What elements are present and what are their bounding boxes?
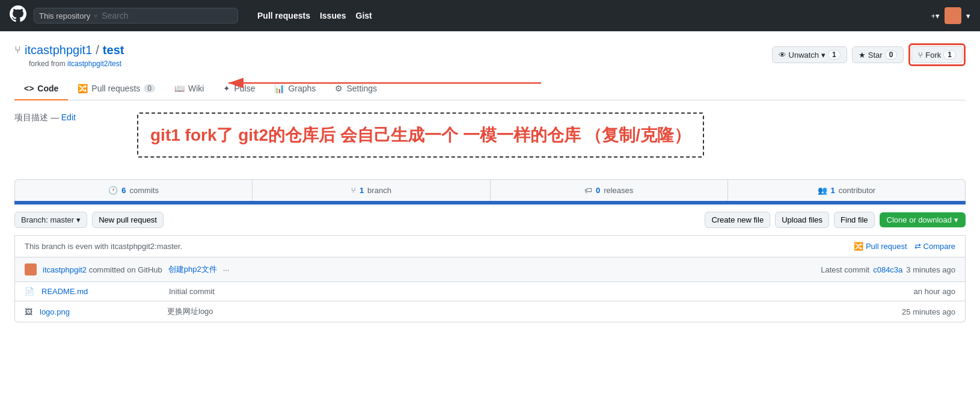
tab-code[interactable]: <> Code bbox=[14, 78, 68, 100]
repo-action-buttons: 👁 Unwatch ▾ 1 ★ Star 0 ⑂ Fork 1 bbox=[772, 43, 966, 66]
wiki-icon: 📖 bbox=[174, 84, 185, 93]
file-time-logo: 25 minutes ago bbox=[902, 307, 955, 316]
settings-icon: ⚙ bbox=[335, 84, 343, 93]
branch-info-bar: This branch is even with itcastphpgit2:m… bbox=[14, 236, 966, 257]
tab-pulse[interactable]: ✦ Pulse bbox=[213, 78, 265, 100]
releases-icon: 🏷 bbox=[584, 186, 592, 195]
graphs-icon: 📊 bbox=[274, 84, 284, 93]
navbar-actions: +▾ ▾ bbox=[931, 7, 970, 24]
main-content: ⑂ itcastphpgit1 / test forked from itcas… bbox=[0, 31, 980, 334]
branch-label: Branch: master bbox=[21, 215, 74, 224]
eye-icon: 👁 bbox=[779, 51, 786, 60]
nav-gist[interactable]: Gist bbox=[356, 11, 372, 20]
branch-selector[interactable]: Branch: master ▾ bbox=[14, 212, 87, 228]
dropdown-arrow-icon: ▾ bbox=[76, 215, 81, 224]
annotation-box: git1 fork了 git2的仓库后 会自己生成一个 一模一样的仓库 （复制/… bbox=[137, 112, 704, 158]
description-label: 项目描述 bbox=[14, 112, 48, 122]
repo-tabs: <> Code 🔀 Pull requests 0 📖 Wiki ✦ Pulse… bbox=[14, 78, 966, 100]
upload-files-button[interactable]: Upload files bbox=[775, 212, 829, 228]
file-list: 📄 README.md Initial commit an hour ago 🖼… bbox=[14, 282, 966, 322]
branches-stat[interactable]: ⑂ 1 branch bbox=[253, 180, 490, 201]
navbar-links: Pull requests Issues Gist bbox=[257, 11, 372, 20]
fork-btn-icon: ⑂ bbox=[918, 51, 923, 60]
table-row: 📄 README.md Initial commit an hour ago bbox=[15, 282, 965, 301]
tab-settings[interactable]: ⚙ Settings bbox=[325, 78, 387, 100]
commit-time: 3 minutes ago bbox=[906, 265, 955, 274]
new-pull-request-button[interactable]: New pull request bbox=[92, 212, 164, 228]
search-bar: This repository ▾ bbox=[34, 8, 238, 23]
committer-avatar bbox=[25, 263, 37, 275]
repo-title: ⑂ itcastphpgit1 / test bbox=[14, 43, 124, 57]
fork-source-link[interactable]: itcastphpgit2/test bbox=[67, 60, 121, 68]
search-scope-label: This repository bbox=[39, 11, 90, 20]
fork-icon: ⑂ bbox=[14, 44, 21, 57]
file-commit-msg-readme: Initial commit bbox=[169, 287, 907, 296]
edit-link[interactable]: Edit bbox=[61, 112, 76, 122]
star-button[interactable]: ★ Star 0 bbox=[852, 46, 904, 63]
tab-wiki[interactable]: 📖 Wiki bbox=[165, 78, 213, 100]
commit-author-text: itcastphpgit2 committed on GitHub bbox=[43, 265, 162, 274]
nav-pull-requests[interactable]: Pull requests bbox=[257, 11, 310, 20]
table-row: 🖼 logo.png 更换网址logo 25 minutes ago bbox=[15, 301, 965, 322]
stats-bar: 🕐 6 commits ⑂ 1 branch 🏷 0 releases 👥 1 … bbox=[14, 179, 966, 201]
pr-icon-small: 🔀 bbox=[854, 242, 863, 251]
create-new-file-button[interactable]: Create new file bbox=[705, 212, 770, 228]
search-input[interactable] bbox=[102, 11, 210, 20]
commits-stat[interactable]: 🕐 6 commits bbox=[15, 180, 253, 201]
info-bar-actions: 🔀 Pull request ⇄ Compare bbox=[854, 242, 955, 251]
file-name-readme[interactable]: README.md bbox=[41, 287, 162, 296]
avatar[interactable] bbox=[945, 7, 961, 24]
repo-title-section: ⑂ itcastphpgit1 / test forked from itcas… bbox=[14, 43, 124, 68]
tab-graphs[interactable]: 📊 Graphs bbox=[265, 78, 325, 100]
contributors-stat[interactable]: 👥 1 contributor bbox=[728, 180, 965, 201]
commit-ellipsis[interactable]: ··· bbox=[223, 265, 230, 274]
nav-issues[interactable]: Issues bbox=[320, 11, 346, 20]
pull-request-link[interactable]: 🔀 Pull request bbox=[854, 242, 907, 251]
repo-separator: / bbox=[96, 43, 99, 57]
file-icon-logo: 🖼 bbox=[25, 307, 32, 316]
commit-hash-link[interactable]: c084c3a bbox=[873, 265, 902, 274]
dropdown-icon: ▾ bbox=[821, 51, 825, 60]
unwatch-button[interactable]: 👁 Unwatch ▾ 1 bbox=[772, 46, 847, 63]
compare-icon: ⇄ bbox=[914, 242, 921, 251]
repo-name-link[interactable]: test bbox=[103, 43, 124, 57]
repo-owner-link[interactable]: itcastphpgit1 bbox=[25, 43, 92, 57]
pr-icon: 🔀 bbox=[78, 84, 88, 93]
pulse-icon: ✦ bbox=[223, 84, 230, 93]
file-commit-msg-logo: 更换网址logo bbox=[167, 306, 895, 317]
navbar: This repository ▾ Pull requests Issues G… bbox=[0, 0, 980, 31]
file-time-readme: an hour ago bbox=[914, 287, 955, 296]
commit-message-link[interactable]: 创建php2文件 bbox=[168, 264, 217, 275]
committer-link[interactable]: itcastphpgit2 bbox=[43, 265, 87, 274]
search-divider: ▾ bbox=[94, 11, 98, 20]
action-bar: Branch: master ▾ New pull request Create… bbox=[14, 205, 966, 236]
file-icon-readme: 📄 bbox=[25, 287, 34, 296]
star-icon: ★ bbox=[859, 51, 866, 60]
code-icon: <> bbox=[24, 84, 34, 93]
annotation-text: git1 fork了 git2的仓库后 会自己生成一个 一模一样的仓库 （复制/… bbox=[150, 123, 691, 147]
new-item-button[interactable]: +▾ bbox=[931, 11, 940, 20]
clone-or-download-button[interactable]: Clone or download ▾ bbox=[880, 212, 966, 227]
releases-stat[interactable]: 🏷 0 releases bbox=[491, 180, 728, 201]
fork-button-highlight: ⑂ Fork 1 bbox=[908, 43, 966, 66]
branches-icon: ⑂ bbox=[351, 186, 356, 195]
clone-dropdown-icon: ▾ bbox=[954, 215, 958, 224]
latest-commit-row: itcastphpgit2 committed on GitHub 创建php2… bbox=[14, 257, 966, 282]
commit-hash-section: Latest commit c084c3a 3 minutes ago bbox=[821, 265, 955, 274]
find-file-button[interactable]: Find file bbox=[834, 212, 875, 228]
fork-source-label: forked from itcastphpgit2/test bbox=[29, 60, 124, 68]
avatar-dropdown-button[interactable]: ▾ bbox=[966, 11, 970, 20]
file-name-logo[interactable]: logo.png bbox=[40, 307, 160, 316]
contributors-icon: 👥 bbox=[818, 186, 827, 195]
branch-even-text: This branch is even with itcastphpgit2:m… bbox=[25, 242, 182, 251]
commits-icon: 🕐 bbox=[108, 186, 118, 195]
repo-header: ⑂ itcastphpgit1 / test forked from itcas… bbox=[14, 43, 966, 68]
tab-pull-requests[interactable]: 🔀 Pull requests 0 bbox=[68, 78, 165, 100]
compare-link[interactable]: ⇄ Compare bbox=[914, 242, 955, 251]
github-logo-icon[interactable] bbox=[10, 5, 26, 26]
fork-button[interactable]: ⑂ Fork 1 bbox=[911, 46, 963, 63]
